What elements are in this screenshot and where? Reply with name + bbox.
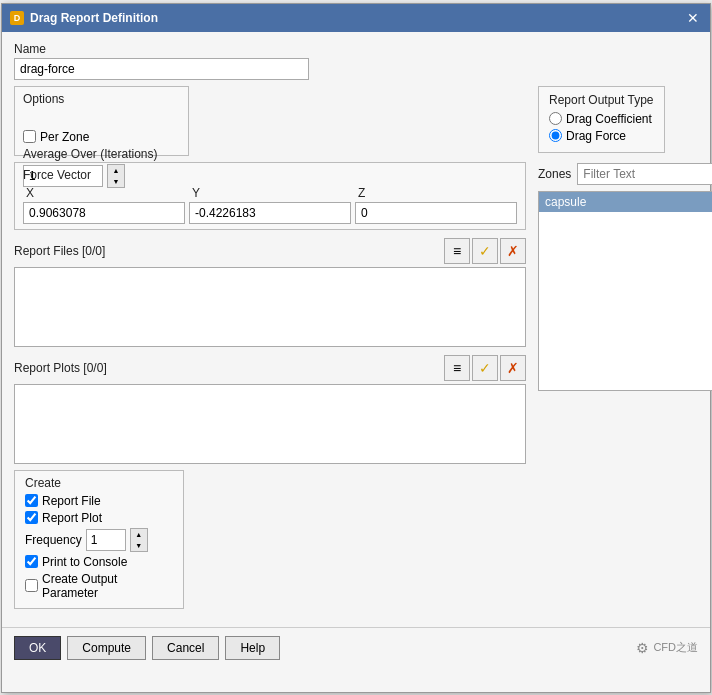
zones-listbox: capsule: [538, 191, 712, 391]
close-button[interactable]: ✕: [684, 9, 702, 27]
create-output-row: Create Output Parameter: [25, 572, 173, 600]
right-panel: Report Output Type Drag Coefficient Drag…: [538, 86, 712, 609]
report-plots-check-btn[interactable]: ✓: [472, 355, 498, 381]
create-output-checkbox[interactable]: [25, 579, 38, 592]
name-section: Name: [14, 42, 698, 80]
drag-coefficient-radio[interactable]: [549, 112, 562, 125]
freq-spinner-up[interactable]: ▲: [131, 529, 147, 540]
z-header: Z: [355, 186, 517, 200]
create-section: Create Report File Report Plot Frequency…: [14, 470, 184, 609]
compute-button[interactable]: Compute: [67, 636, 146, 660]
options-title: Options: [23, 92, 180, 106]
cancel-button[interactable]: Cancel: [152, 636, 219, 660]
left-panel: Options Per Zone Average Over (Iteration…: [14, 86, 526, 609]
frequency-spinner[interactable]: ▲ ▼: [130, 528, 148, 552]
drag-coefficient-row: Drag Coefficient: [549, 112, 654, 126]
z-input[interactable]: [355, 202, 517, 224]
report-plots-label: Report Plots [0/0]: [14, 361, 107, 375]
y-header: Y: [189, 186, 351, 200]
name-label: Name: [14, 42, 698, 56]
dialog-icon: D: [10, 11, 24, 25]
frequency-input[interactable]: [86, 529, 126, 551]
per-zone-label: Per Zone: [40, 130, 89, 144]
watermark: ⚙ CFD之道: [636, 640, 698, 656]
options-box: Options Per Zone Average Over (Iteration…: [14, 86, 189, 156]
report-files-label: Report Files [0/0]: [14, 244, 105, 258]
avg-over-spinner[interactable]: ▲ ▼: [107, 164, 125, 188]
x-header: X: [23, 186, 185, 200]
freq-spinner-down[interactable]: ▼: [131, 540, 147, 551]
report-plot-row: Report Plot: [25, 511, 173, 525]
print-console-label: Print to Console: [42, 555, 127, 569]
help-button[interactable]: Help: [225, 636, 280, 660]
report-plots-x-btn[interactable]: ✗: [500, 355, 526, 381]
watermark-text: CFD之道: [653, 640, 698, 655]
bottom-bar: OK Compute Cancel Help ⚙ CFD之道: [2, 627, 710, 668]
drag-force-label: Drag Force: [566, 129, 626, 143]
print-console-checkbox[interactable]: [25, 555, 38, 568]
report-output-type-box: Report Output Type Drag Coefficient Drag…: [538, 86, 665, 153]
drag-coefficient-label: Drag Coefficient: [566, 112, 652, 126]
report-output-type-title: Report Output Type: [549, 93, 654, 107]
y-input[interactable]: [189, 202, 351, 224]
report-plots-section: Report Plots [0/0] ≡ ✓ ✗: [14, 355, 526, 464]
print-console-row: Print to Console: [25, 555, 173, 569]
zones-row: Zones ⊕ ≡ ✓ ✗: [538, 161, 712, 187]
report-files-x-btn[interactable]: ✗: [500, 238, 526, 264]
report-plots-list-btn[interactable]: ≡: [444, 355, 470, 381]
report-files-section: Report Files [0/0] ≡ ✓ ✗: [14, 238, 526, 347]
ok-button[interactable]: OK: [14, 636, 61, 660]
create-output-label: Create Output Parameter: [42, 572, 173, 600]
bottom-buttons: OK Compute Cancel Help: [14, 636, 280, 660]
drag-force-radio[interactable]: [549, 129, 562, 142]
create-title: Create: [25, 476, 173, 490]
per-zone-row: Per Zone: [23, 130, 180, 144]
zones-filter-input[interactable]: [577, 163, 712, 185]
drag-report-dialog: D Drag Report Definition ✕ Name Options: [1, 3, 711, 693]
zones-list-item[interactable]: capsule: [539, 192, 712, 212]
report-files-list-btn[interactable]: ≡: [444, 238, 470, 264]
title-bar: D Drag Report Definition ✕: [2, 4, 710, 32]
force-vector-box: Force Vector X Y Z: [14, 162, 526, 230]
drag-force-row: Drag Force: [549, 129, 654, 143]
per-zone-checkbox[interactable]: [23, 130, 36, 143]
frequency-row: Frequency ▲ ▼: [25, 528, 173, 552]
x-input[interactable]: [23, 202, 185, 224]
watermark-icon: ⚙: [636, 640, 649, 656]
report-files-listbox: [14, 267, 526, 347]
avg-over-label: Average Over (Iterations): [23, 147, 180, 161]
report-file-label: Report File: [42, 494, 101, 508]
name-input[interactable]: [14, 58, 309, 80]
spinner-up[interactable]: ▲: [108, 165, 124, 176]
report-plot-checkbox[interactable]: [25, 511, 38, 524]
report-plot-label: Report Plot: [42, 511, 102, 525]
report-file-row: Report File: [25, 494, 173, 508]
dialog-title: Drag Report Definition: [30, 11, 158, 25]
zones-label: Zones: [538, 167, 571, 181]
report-file-checkbox[interactable]: [25, 494, 38, 507]
frequency-label: Frequency: [25, 533, 82, 547]
report-files-check-btn[interactable]: ✓: [472, 238, 498, 264]
report-plots-listbox: [14, 384, 526, 464]
